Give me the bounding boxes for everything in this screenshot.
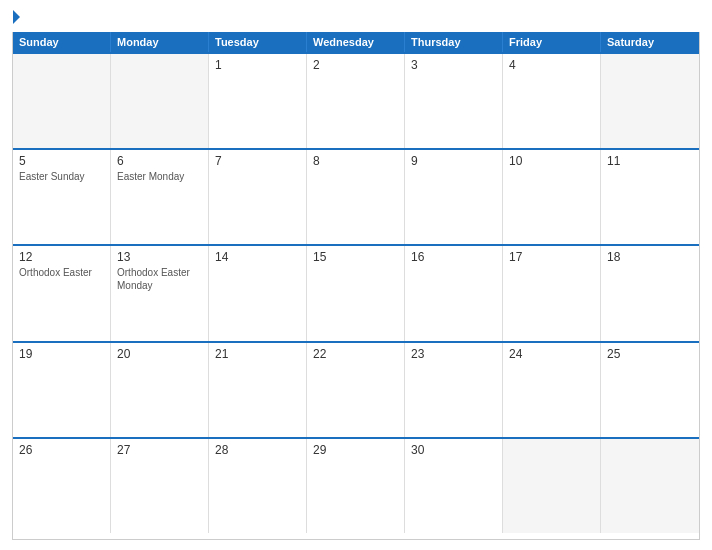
day-cell: 26	[13, 439, 111, 533]
day-cell: 4	[503, 54, 601, 148]
day-cell: 19	[13, 343, 111, 437]
day-cell: 12Orthodox Easter	[13, 246, 111, 340]
day-number: 4	[509, 58, 594, 72]
day-number: 11	[607, 154, 693, 168]
day-cell: 6Easter Monday	[111, 150, 209, 244]
day-header-friday: Friday	[503, 32, 601, 52]
day-cell: 15	[307, 246, 405, 340]
event-label: Orthodox Easter	[19, 266, 104, 279]
day-number: 21	[215, 347, 300, 361]
day-cell: 24	[503, 343, 601, 437]
day-header-monday: Monday	[111, 32, 209, 52]
day-cell	[111, 54, 209, 148]
day-cell: 17	[503, 246, 601, 340]
day-cell: 28	[209, 439, 307, 533]
day-cell: 11	[601, 150, 699, 244]
day-number: 7	[215, 154, 300, 168]
day-cell: 23	[405, 343, 503, 437]
day-cell: 1	[209, 54, 307, 148]
event-label: Easter Monday	[117, 170, 202, 183]
day-cell	[503, 439, 601, 533]
day-number: 17	[509, 250, 594, 264]
day-cell: 20	[111, 343, 209, 437]
day-number: 2	[313, 58, 398, 72]
day-cell: 5Easter Sunday	[13, 150, 111, 244]
day-number: 19	[19, 347, 104, 361]
day-cell: 30	[405, 439, 503, 533]
day-number: 8	[313, 154, 398, 168]
day-cell: 27	[111, 439, 209, 533]
day-cell	[601, 54, 699, 148]
day-number: 30	[411, 443, 496, 457]
day-number: 28	[215, 443, 300, 457]
day-cell: 3	[405, 54, 503, 148]
day-number: 23	[411, 347, 496, 361]
day-number: 24	[509, 347, 594, 361]
day-cell: 8	[307, 150, 405, 244]
day-cell: 14	[209, 246, 307, 340]
day-cell: 9	[405, 150, 503, 244]
day-cell: 18	[601, 246, 699, 340]
day-number: 22	[313, 347, 398, 361]
event-label: Easter Sunday	[19, 170, 104, 183]
day-number: 25	[607, 347, 693, 361]
day-cell	[601, 439, 699, 533]
day-number: 1	[215, 58, 300, 72]
day-cell	[13, 54, 111, 148]
week-row-3: 12Orthodox Easter13Orthodox Easter Monda…	[13, 244, 699, 340]
day-header-wednesday: Wednesday	[307, 32, 405, 52]
day-number: 29	[313, 443, 398, 457]
day-number: 15	[313, 250, 398, 264]
calendar-grid: SundayMondayTuesdayWednesdayThursdayFrid…	[12, 32, 700, 540]
day-number: 27	[117, 443, 202, 457]
day-number: 18	[607, 250, 693, 264]
day-header-saturday: Saturday	[601, 32, 699, 52]
week-row-2: 5Easter Sunday6Easter Monday7891011	[13, 148, 699, 244]
day-header-thursday: Thursday	[405, 32, 503, 52]
day-number: 16	[411, 250, 496, 264]
day-number: 14	[215, 250, 300, 264]
day-cell: 13Orthodox Easter Monday	[111, 246, 209, 340]
weeks-container: 12345Easter Sunday6Easter Monday78910111…	[13, 52, 699, 533]
header	[12, 10, 700, 24]
day-number: 13	[117, 250, 202, 264]
day-cell: 22	[307, 343, 405, 437]
logo-triangle-icon	[13, 10, 20, 24]
day-cell: 16	[405, 246, 503, 340]
day-cell: 29	[307, 439, 405, 533]
day-cell: 2	[307, 54, 405, 148]
day-cell: 21	[209, 343, 307, 437]
week-row-5: 2627282930	[13, 437, 699, 533]
day-number: 26	[19, 443, 104, 457]
day-cell: 25	[601, 343, 699, 437]
day-number: 5	[19, 154, 104, 168]
day-number: 10	[509, 154, 594, 168]
day-number: 3	[411, 58, 496, 72]
day-number: 6	[117, 154, 202, 168]
logo	[12, 10, 21, 24]
day-cell: 7	[209, 150, 307, 244]
days-header-row: SundayMondayTuesdayWednesdayThursdayFrid…	[13, 32, 699, 52]
day-header-sunday: Sunday	[13, 32, 111, 52]
day-number: 12	[19, 250, 104, 264]
week-row-1: 1234	[13, 52, 699, 148]
week-row-4: 19202122232425	[13, 341, 699, 437]
day-cell: 10	[503, 150, 601, 244]
event-label: Orthodox Easter Monday	[117, 266, 202, 292]
day-number: 20	[117, 347, 202, 361]
calendar-page: SundayMondayTuesdayWednesdayThursdayFrid…	[0, 0, 712, 550]
day-number: 9	[411, 154, 496, 168]
day-header-tuesday: Tuesday	[209, 32, 307, 52]
